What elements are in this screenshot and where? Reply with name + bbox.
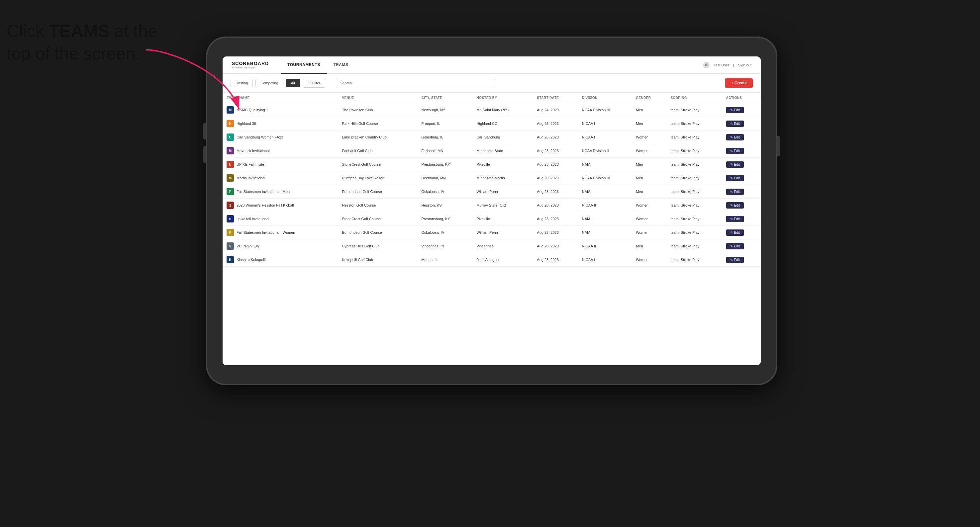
cell-city-state: Marion, IL [417, 253, 473, 267]
cell-scoring: team, Stroke Play [667, 185, 722, 198]
cell-venue: Edmundson Golf Course [338, 226, 417, 240]
cell-division: NCAA Division III [578, 103, 632, 117]
cell-city-state: Prestonsburg, KY [417, 158, 473, 171]
cell-start-date: Aug 28, 2023 [533, 171, 578, 185]
cell-event-name: u upike fall invitational [223, 212, 338, 226]
edit-icon: ✎ [730, 108, 733, 112]
table-row: F Fall Statesmen Invitational - Women Ed… [223, 226, 761, 240]
cell-city-state: Vincennes, IN [417, 240, 473, 253]
all-filter-button[interactable]: All [286, 79, 300, 87]
cell-division: NICAA I [578, 253, 632, 267]
hosting-filter-button[interactable]: Hosting [231, 79, 253, 87]
edit-button[interactable]: ✎ Edit [726, 243, 744, 249]
table-row: F Fall Statesmen Invitational - Men Edmu… [223, 185, 761, 198]
cell-division: NICAA I [578, 117, 632, 130]
table-container: EVENT NAME VENUE CITY, STATE HOSTED BY S… [223, 93, 761, 365]
team-logo: M [227, 106, 234, 114]
edit-button[interactable]: ✎ Edit [726, 229, 744, 236]
search-input[interactable] [336, 79, 495, 87]
cell-event-name: C Carl Sandburg Women FA23 [223, 130, 338, 144]
edit-button[interactable]: ✎ Edit [726, 148, 744, 154]
cell-division: NAIA [578, 185, 632, 198]
cell-scoring: team, Stroke Play [667, 103, 722, 117]
edit-button[interactable]: ✎ Edit [726, 161, 744, 168]
cell-city-state: Oskaloosa, IA [417, 226, 473, 240]
cell-division: NAIA [578, 226, 632, 240]
edit-button[interactable]: ✎ Edit [726, 175, 744, 181]
cell-event-name: M MSMC Qualifying 1 [223, 103, 338, 117]
edit-button[interactable]: ✎ Edit [726, 216, 744, 222]
edit-icon: ✎ [730, 203, 733, 207]
filter-icon: ☰ [308, 81, 311, 85]
cell-actions: ✎ Edit [722, 103, 761, 117]
cell-division: NICAA II [578, 198, 632, 212]
cell-start-date: Aug 28, 2023 [533, 212, 578, 226]
cell-city-state: Hesston, KS [417, 198, 473, 212]
edit-button[interactable]: ✎ Edit [726, 134, 744, 140]
edit-icon: ✎ [730, 135, 733, 139]
team-logo: H [227, 120, 234, 127]
team-logo: V [227, 243, 234, 250]
event-name-text: Highland 36 [237, 122, 256, 125]
logo-sub: Powered by clippit [232, 66, 269, 69]
cell-city-state: Prestonsburg, KY [417, 212, 473, 226]
cell-hosted-by: William Penn [473, 226, 533, 240]
cell-city-state: Galesburg, IL [417, 130, 473, 144]
table-row: u upike fall invitational StoneCrest Gol… [223, 212, 761, 226]
cell-gender: Women [632, 212, 667, 226]
sign-out-link[interactable]: Sign out [738, 63, 751, 67]
cell-actions: ✎ Edit [722, 253, 761, 267]
cell-actions: ✎ Edit [722, 117, 761, 130]
cell-scoring: team, Stroke Play [667, 144, 722, 158]
col-scoring: SCORING [667, 93, 722, 103]
col-actions: ACTIONS [722, 93, 761, 103]
cell-city-state: Newburgh, NY [417, 103, 473, 117]
filter-icon-button[interactable]: ☰ Filter [303, 79, 325, 88]
tab-tournaments[interactable]: TOURNAMENTS [281, 56, 327, 74]
tablet-frame: SCOREBOARD Powered by clippit TOURNAMENT… [206, 37, 777, 385]
event-name-text: Fall Statesmen Invitational - Men [237, 190, 290, 194]
cell-city-state: Freeport, IL [417, 117, 473, 130]
cell-venue: Hesston Golf Course [338, 198, 417, 212]
settings-icon[interactable]: ⚙ [703, 62, 710, 68]
cell-start-date: Aug 28, 2023 [533, 253, 578, 267]
cell-hosted-by: William Penn [473, 185, 533, 198]
cell-division: NAIA [578, 212, 632, 226]
cell-actions: ✎ Edit [722, 212, 761, 226]
edit-button[interactable]: ✎ Edit [726, 189, 744, 195]
tablet-volume-up-button [203, 123, 206, 140]
content-area: Hosting Competing All ☰ Filter + Create [223, 74, 761, 365]
cell-gender: Women [632, 253, 667, 267]
team-logo: C [227, 133, 234, 141]
cell-start-date: Aug 24, 2023 [533, 103, 578, 117]
cell-division: NCAA Division III [578, 171, 632, 185]
event-name-text: Maverick Invitational [237, 149, 270, 153]
event-name-text: Fall Statesmen Invitational - Women [237, 230, 295, 235]
cell-hosted-by: Vincennes [473, 240, 533, 253]
cell-actions: ✎ Edit [722, 171, 761, 185]
col-division: DIVISION [578, 93, 632, 103]
cell-event-name: H Highland 36 [223, 117, 338, 130]
cell-venue: Lake Bracken Country Club [338, 130, 417, 144]
competing-filter-button[interactable]: Competing [256, 79, 283, 87]
edit-icon: ✎ [730, 258, 733, 262]
cell-division: NICAA I [578, 130, 632, 144]
edit-button[interactable]: ✎ Edit [726, 257, 744, 263]
team-logo: K [227, 256, 234, 264]
cell-gender: Men [632, 103, 667, 117]
table-row: V VU PREVIEW Cypress Hills Golf Club Vin… [223, 240, 761, 253]
create-button[interactable]: + Create [725, 78, 753, 88]
edit-button[interactable]: ✎ Edit [726, 121, 744, 127]
cell-scoring: team, Stroke Play [667, 171, 722, 185]
edit-button[interactable]: ✎ Edit [726, 107, 744, 113]
edit-button[interactable]: ✎ Edit [726, 202, 744, 208]
toolbar: Hosting Competing All ☰ Filter + Create [223, 74, 761, 93]
col-event-name: EVENT NAME [223, 93, 338, 103]
tab-teams[interactable]: TEAMS [327, 56, 355, 74]
cell-actions: ✎ Edit [722, 144, 761, 158]
cell-start-date: Aug 28, 2023 [533, 185, 578, 198]
cell-hosted-by: Minnesota-Morris [473, 171, 533, 185]
table-header-row: EVENT NAME VENUE CITY, STATE HOSTED BY S… [223, 93, 761, 103]
cell-hosted-by: Mt. Saint Mary (NY) [473, 103, 533, 117]
nav-bar: SCOREBOARD Powered by clippit TOURNAMENT… [223, 56, 761, 74]
